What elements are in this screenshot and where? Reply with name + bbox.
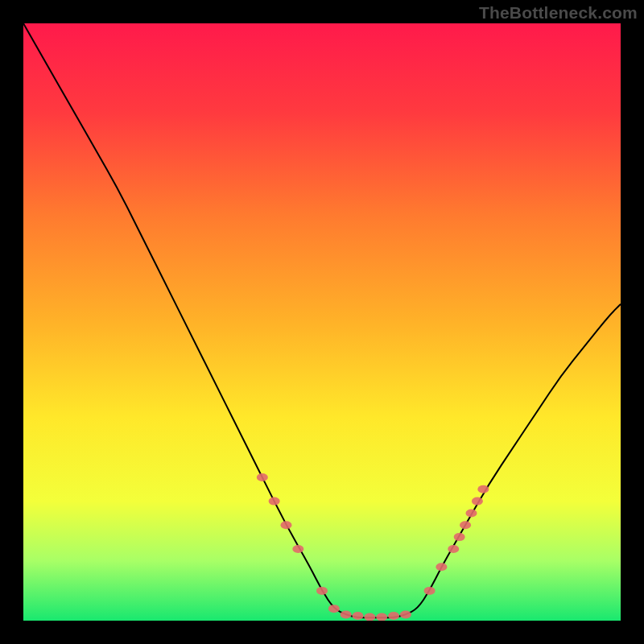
data-marker [341,611,352,619]
data-marker [424,587,436,595]
watermark-text: TheBottleneck.com [479,3,638,23]
gradient-background [23,23,621,621]
data-marker [388,612,399,620]
data-marker [328,605,340,613]
data-marker [436,563,447,571]
data-marker [460,521,471,529]
data-marker [454,533,465,541]
data-marker [292,545,303,553]
data-marker [280,521,291,529]
data-marker [353,612,364,620]
data-marker [257,473,268,481]
bottleneck-chart [23,23,621,621]
data-marker [477,485,489,493]
data-marker [400,611,411,619]
data-marker [466,509,477,517]
chart-frame [23,23,621,621]
data-marker [316,587,328,595]
data-marker [448,545,459,553]
data-marker [472,497,483,506]
data-marker [269,497,280,506]
